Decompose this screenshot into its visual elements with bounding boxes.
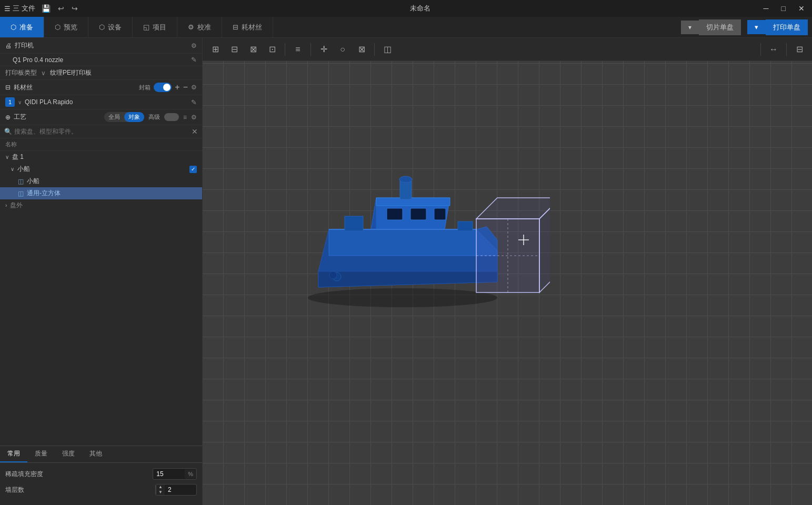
advanced-label: 高级 [148, 113, 160, 121]
tab-device[interactable]: ⬡ 设备 [88, 17, 133, 37]
tab-strength[interactable]: 强度 [55, 446, 82, 462]
vp-paint-tool[interactable]: ⊠ [353, 41, 370, 58]
print-plate-row: 打印板类型 ∨ 纹理PEI打印板 [0, 66, 202, 80]
slice-single-label: 切片单盘 [706, 23, 734, 32]
vp-grid-tool[interactable]: ⊟ [226, 41, 243, 58]
undo-icon[interactable]: ↩ [56, 3, 66, 14]
print-single-button[interactable]: 打印单盘 [766, 19, 808, 35]
wall-count-input-wrap: ▲ ▼ [155, 484, 197, 496]
settings-tabs: 常用 质量 强度 其他 [0, 446, 202, 463]
craft-section-header: ⊕ 工艺 全局 对象 高级 ≡ ⚙ [0, 109, 202, 125]
printer-settings-icon[interactable]: ⚙ [191, 42, 197, 49]
file-menu[interactable]: ☰ 三 文件 [4, 4, 35, 13]
printer-nozzle-label: Q1 Pro 0.4 nozzle [13, 56, 63, 64]
small-ship-caret: ∨ [11, 166, 14, 172]
vp-separator-1 [285, 43, 285, 56]
filament-remove-icon[interactable]: − [183, 83, 188, 92]
tab-filament-label: 耗材丝 [242, 23, 262, 32]
filament-title-label: 耗材丝 [14, 83, 33, 92]
titlebar-tools: 💾 ↩ ↪ [39, 3, 80, 14]
maximize-button[interactable]: □ [778, 3, 789, 14]
cube-part-icon: ◫ [18, 190, 24, 197]
tree-item-small-ship-group[interactable]: ∨ 小船 ✓ [0, 163, 202, 175]
wall-count-spinner: ▲ ▼ [156, 484, 165, 495]
craft-mode-object[interactable]: 对象 [124, 112, 144, 122]
craft-list-icon[interactable]: ≡ [183, 114, 187, 121]
vp-add-object-tool[interactable]: ⊞ [207, 41, 224, 58]
filament-add-icon[interactable]: + [175, 83, 179, 92]
tab-common[interactable]: 常用 [0, 446, 27, 462]
craft-title: ⊕ 工艺 [5, 113, 26, 122]
vp-rotate-tool[interactable]: ⊠ [245, 41, 262, 58]
vp-select-tool[interactable]: ○ [334, 41, 351, 58]
settings-panel: 常用 质量 强度 其他 稀疏填充密度 % 墙层数 [0, 446, 202, 505]
boat-part-icon: ◫ [18, 178, 24, 185]
selection-box [476, 198, 550, 292]
tab-prepare[interactable]: ⬡ 准备 [0, 17, 44, 37]
vp-move-tool[interactable]: ✛ [315, 41, 332, 58]
wall-count-input[interactable] [165, 484, 196, 495]
titlebar: ☰ 三 文件 💾 ↩ ↪ 未命名 ─ □ ✕ [0, 0, 812, 17]
tab-quality[interactable]: 质量 [27, 446, 55, 462]
small-ship-checkbox[interactable]: ✓ [189, 166, 197, 173]
filament-toggle[interactable] [154, 83, 172, 92]
filament-edit-icon[interactable]: ✎ [191, 98, 197, 106]
wall-count-down[interactable]: ▼ [156, 490, 165, 495]
slice-btn-group: ▾ 切片单盘 [681, 19, 741, 35]
tree-item-cube-part[interactable]: ◫ 通用-立方体 [0, 187, 202, 199]
printer-icon: 🖨 [5, 42, 12, 49]
tree-item-outside[interactable]: › 盘外 [0, 199, 202, 211]
filament-settings-icon[interactable]: ⚙ [191, 84, 197, 91]
tree-item-boat-part[interactable]: ◫ 小船 [0, 175, 202, 187]
print-dropdown-button[interactable]: ▾ [747, 20, 766, 34]
project-icon: ◱ [143, 23, 149, 31]
vp-cut-tool[interactable]: ◫ [379, 41, 396, 58]
vp-separator-4 [760, 43, 761, 56]
plate-value-label: 纹理PEI打印板 [50, 68, 92, 77]
save-icon[interactable]: 💾 [39, 3, 53, 14]
tab-filament[interactable]: ⊟ 耗材丝 [222, 17, 273, 37]
minimize-button[interactable]: ─ [760, 3, 772, 14]
filament-section-title: ⊟ 耗材丝 [5, 83, 33, 92]
settings-content: 稀疏填充密度 % 墙层数 ▲ ▼ [0, 463, 202, 505]
craft-title-label: 工艺 [14, 113, 26, 122]
craft-mode-global[interactable]: 全局 [104, 112, 124, 122]
close-button[interactable]: ✕ [795, 3, 808, 14]
slice-dropdown-button[interactable]: ▾ [681, 21, 699, 34]
vp-layers-tool[interactable]: ≡ [289, 41, 306, 58]
printer-edit-icon[interactable]: ✎ [191, 56, 197, 64]
tree-name-column: 名称 [0, 138, 202, 151]
filament-name-label: QIDI PLA Rapido [25, 98, 188, 106]
svg-marker-12 [476, 198, 550, 219]
tab-preview[interactable]: ⬡ 预览 [44, 17, 88, 37]
vp-settings-tool[interactable]: ⊟ [791, 41, 808, 58]
filament-tab-icon: ⊟ [233, 23, 238, 31]
slice-single-button[interactable]: 切片单盘 [699, 19, 741, 35]
tab-other[interactable]: 其他 [82, 446, 109, 462]
tree-item-disk1[interactable]: ∨ 盘 1 [0, 151, 202, 163]
wall-count-up[interactable]: ▲ [156, 484, 165, 490]
craft-settings-icon[interactable]: ⚙ [191, 114, 197, 121]
clear-search-icon[interactable]: ✕ [192, 127, 198, 136]
advanced-toggle[interactable] [164, 113, 179, 121]
tab-device-label: 设备 [108, 23, 122, 32]
tab-project[interactable]: ◱ 项目 [133, 17, 177, 37]
tab-project-label: 项目 [153, 23, 166, 32]
nav-right: ▾ 切片单盘 ▾ 打印单盘 [681, 17, 812, 37]
outside-caret: › [5, 203, 7, 208]
setting-infill-density: 稀疏填充密度 % [5, 468, 197, 480]
svg-rect-3 [434, 208, 446, 220]
tab-calibrate[interactable]: ⚙ 校准 [177, 17, 222, 37]
viewport[interactable]: ⊞ ⊟ ⊠ ⊡ ≡ ✛ ○ ⊠ ◫ ↔ ⊟ [203, 38, 812, 505]
printer-title-label: 打印机 [15, 41, 34, 50]
printer-name-row: Q1 Pro 0.4 nozzle ✎ [0, 54, 202, 66]
print-btn-group: ▾ 打印单盘 [747, 19, 808, 35]
left-panel: 🖨 打印机 ⚙ Q1 Pro 0.4 nozzle ✎ 打印板类型 ∨ 纹理PE… [0, 38, 203, 505]
vp-measure-tool[interactable]: ↔ [765, 41, 782, 58]
search-input[interactable] [14, 128, 189, 135]
search-row: 🔍 ✕ [0, 125, 202, 138]
svg-rect-6 [345, 216, 363, 231]
infill-density-input[interactable] [153, 469, 185, 479]
vp-frame-tool[interactable]: ⊡ [264, 41, 280, 58]
redo-icon[interactable]: ↪ [69, 3, 80, 14]
